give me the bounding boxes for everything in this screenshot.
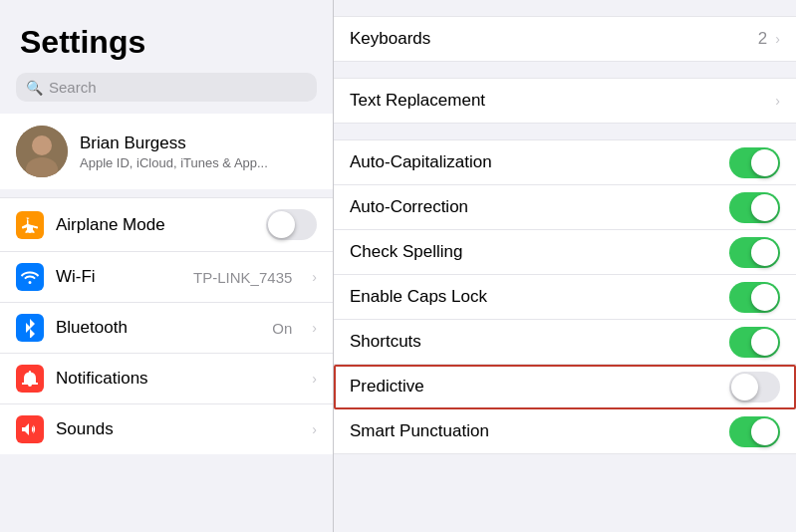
profile-row[interactable]: Brian Burgess Apple ID, iCloud, iTunes &… [0, 114, 333, 189]
notifications-icon [16, 365, 44, 393]
wifi-chevron: › [312, 269, 317, 285]
predictive-toggle[interactable] [729, 372, 780, 402]
sidebar-item-label-airplane: Airplane Mode [56, 215, 254, 235]
auto-capitalization-row[interactable]: Auto-Capitalization [334, 140, 796, 185]
sidebar-item-label-notifications: Notifications [56, 369, 296, 389]
bluetooth-value: On [272, 320, 292, 337]
toggles-group: Auto-Capitalization Auto-Correction Chec… [334, 139, 796, 454]
sidebar-item-label-bluetooth: Bluetooth [56, 318, 260, 338]
airplane-mode-toggle[interactable] [266, 209, 317, 240]
text-replacement-chevron: › [775, 93, 780, 109]
search-icon: 🔍 [26, 80, 43, 96]
keyboards-chevron: › [775, 31, 780, 47]
sidebar-item-label-sounds: Sounds [56, 419, 296, 439]
auto-correction-toggle[interactable] [729, 192, 780, 223]
wifi-value: TP-LINK_7435 [193, 269, 292, 286]
sidebar-item-wifi[interactable]: Wi-Fi TP-LINK_7435 › [0, 252, 333, 303]
notifications-chevron: › [312, 371, 317, 387]
text-replacement-label: Text Replacement [350, 79, 771, 123]
sidebar: Settings 🔍 Brian Burgess Apple ID, iClou… [0, 0, 334, 532]
enable-caps-lock-label: Enable Caps Lock [350, 275, 729, 319]
sidebar-item-bluetooth[interactable]: Bluetooth On › [0, 303, 333, 354]
sidebar-section: Airplane Mode Wi-Fi TP-LINK_7435 › [0, 197, 333, 454]
sounds-chevron: › [312, 421, 317, 437]
sidebar-item-label-wifi: Wi-Fi [56, 267, 181, 287]
auto-capitalization-toggle[interactable] [729, 147, 780, 178]
text-replacement-group: Text Replacement › [334, 78, 796, 124]
shortcuts-toggle[interactable] [729, 327, 780, 358]
predictive-row[interactable]: Predictive [334, 365, 796, 409]
svg-point-1 [32, 135, 52, 155]
enable-caps-lock-row[interactable]: Enable Caps Lock [334, 275, 796, 320]
wifi-icon [16, 263, 44, 291]
bluetooth-icon [16, 314, 44, 342]
main-panel: Keyboards 2 › Text Replacement › Auto-Ca… [334, 0, 796, 532]
smart-punctuation-label: Smart Punctuation [350, 409, 729, 453]
keyboards-row[interactable]: Keyboards 2 › [334, 17, 796, 61]
auto-correction-label: Auto-Correction [350, 185, 729, 229]
keyboards-label: Keyboards [350, 17, 758, 61]
sidebar-item-notifications[interactable]: Notifications › [0, 354, 333, 404]
predictive-label: Predictive [350, 365, 729, 408]
settings-title: Settings [0, 0, 333, 73]
search-bar[interactable]: 🔍 [16, 73, 317, 102]
keyboards-value: 2 [758, 29, 767, 49]
auto-correction-row[interactable]: Auto-Correction [334, 185, 796, 230]
avatar [16, 126, 68, 177]
check-spelling-toggle[interactable] [729, 237, 780, 268]
sidebar-item-airplane-mode[interactable]: Airplane Mode [0, 197, 333, 252]
check-spelling-label: Check Spelling [350, 230, 729, 274]
profile-info: Brian Burgess Apple ID, iCloud, iTunes &… [80, 133, 268, 170]
shortcuts-label: Shortcuts [350, 320, 729, 364]
smart-punctuation-row[interactable]: Smart Punctuation [334, 409, 796, 453]
profile-name: Brian Burgess [80, 133, 268, 153]
sounds-icon [16, 415, 44, 443]
airplane-icon [16, 211, 44, 239]
search-input[interactable] [49, 79, 307, 96]
enable-caps-lock-toggle[interactable] [729, 282, 780, 313]
auto-capitalization-label: Auto-Capitalization [350, 140, 729, 184]
profile-subtitle: Apple ID, iCloud, iTunes & App... [80, 155, 268, 170]
shortcuts-row[interactable]: Shortcuts [334, 320, 796, 365]
check-spelling-row[interactable]: Check Spelling [334, 230, 796, 275]
bluetooth-chevron: › [312, 320, 317, 336]
sidebar-item-sounds[interactable]: Sounds › [0, 404, 333, 454]
smart-punctuation-toggle[interactable] [729, 416, 780, 447]
keyboards-group: Keyboards 2 › [334, 16, 796, 62]
text-replacement-row[interactable]: Text Replacement › [334, 79, 796, 123]
